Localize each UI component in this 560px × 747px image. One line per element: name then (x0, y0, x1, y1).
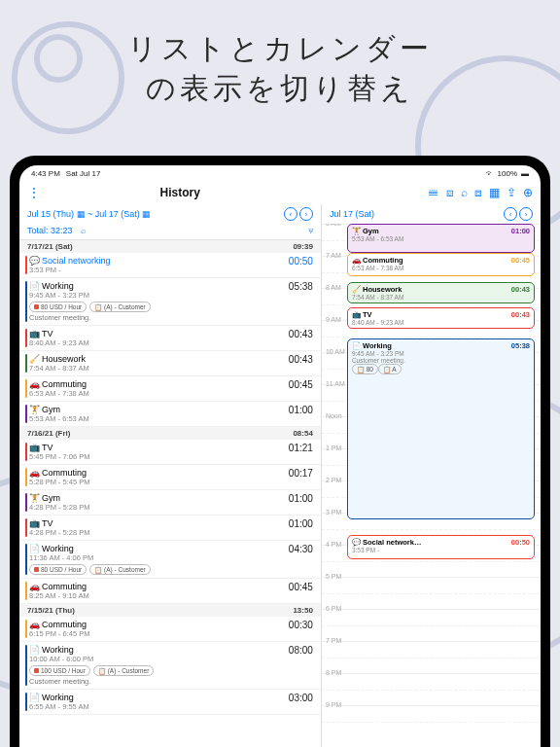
list-item[interactable]: 📄Working6:55 AM - 9:55 AM03:00 (19, 690, 321, 715)
list-item[interactable]: 📺TV8:40 AM - 9:23 AM00:43 (19, 326, 321, 351)
calendar-icon[interactable]: ⧇ (446, 186, 454, 199)
page-title: History (49, 186, 311, 199)
search-mini-icon[interactable]: ⌕ (81, 226, 86, 235)
calendar-event[interactable]: 🏋 Gym01:005:53 AM - 6:53 AM (347, 224, 535, 253)
hour-label: 8 PM (326, 669, 341, 676)
calendar-event[interactable]: 📺 TV00:438:40 AM - 9:23 AM (347, 307, 535, 329)
cal-prev-button[interactable]: ‹ (504, 207, 517, 221)
hour-label: 7 PM (326, 637, 341, 644)
grid-icon[interactable]: ▦ (489, 186, 500, 199)
list-item[interactable]: 📺TV4:28 PM - 5:28 PM01:00 (19, 516, 321, 541)
share-icon[interactable]: ⇪ (507, 186, 516, 199)
tag: 80 USD / Hour (29, 302, 87, 312)
next-button[interactable]: › (299, 207, 313, 221)
day-header: 7/17/21 (Sat)09:39 (19, 240, 321, 253)
status-bar: 4:43 PM Sat Jul 17 ᯤ 100% ▬ (19, 165, 541, 181)
day-header: 7/15/21 (Thu)13:50 (19, 604, 321, 617)
calendar-event[interactable]: 🧹 Housework00:437:54 AM - 8:37 AM (347, 282, 535, 303)
barcode-icon[interactable]: ⧈ (474, 186, 482, 199)
hour-label: 6 PM (326, 605, 341, 612)
filter-icon[interactable]: ⍫ (308, 226, 313, 235)
calendar-pane: Jul 17 (Sat) ‹ › 6 AM7 AM8 AM9 AM10 AM11… (322, 204, 541, 747)
cal-next-button[interactable]: › (519, 207, 533, 221)
summary-row: Total: 32:23 ⌕ ⍫ (19, 224, 321, 240)
date-to[interactable]: Jul 17 (Sat) (95, 209, 140, 219)
tablet-frame: 4:43 PM Sat Jul 17 ᯤ 100% ▬ ⋮ History ⩸ … (10, 156, 550, 747)
tag: 📋 (A) - Customer (89, 564, 150, 575)
hour-label: 8 AM (326, 284, 341, 291)
app-toolbar: ⋮ History ⩸ ⧇ ⌕ ⧈ ▦ ⇪ ⊕ (19, 181, 541, 204)
list-item[interactable]: 🚗Commuting8:25 AM - 9:10 AM00:45 (19, 579, 321, 604)
calendar-date[interactable]: Jul 17 (Sat) (330, 209, 374, 219)
status-date: Sat Jul 17 (66, 169, 101, 178)
add-icon[interactable]: ⊕ (523, 186, 533, 199)
list-item[interactable]: 🧹Housework7:54 AM - 8:37 AM00:43 (19, 351, 321, 376)
hour-label: 10 AM (326, 348, 345, 355)
hour-label: 9 PM (326, 701, 341, 708)
date-range-nav: Jul 15 (Thu) ▦ ~ Jul 17 (Sat) ▦ ‹ › (19, 204, 321, 224)
calendar-mini-icon[interactable]: ▦ (77, 209, 86, 219)
list-item[interactable]: 🚗Commuting6:53 AM - 7:38 AM00:45 (19, 376, 321, 402)
hour-label: 4 PM (326, 541, 341, 548)
list-icon[interactable]: ⩸ (428, 186, 439, 199)
calendar-scroll[interactable]: 6 AM7 AM8 AM9 AM10 AM11 AMNoon1 PM2 PM3 … (322, 224, 541, 747)
hour-label: 7 AM (326, 252, 341, 259)
list-item[interactable]: 💬Social networking3:53 PM -00:50 (19, 253, 321, 278)
tag: 100 USD / Hour (29, 665, 90, 676)
list-item[interactable]: 📺TV5:45 PM - 7:06 PM01:21 (19, 440, 321, 465)
hour-label: 9 AM (326, 316, 341, 323)
hour-label: 2 PM (326, 477, 341, 483)
tag: 📋 (A) - Customer (93, 665, 154, 676)
list-item[interactable]: 🚗Commuting6:15 PM - 6:45 PM00:30 (19, 617, 321, 642)
hour-label: 6 AM (326, 224, 341, 227)
history-list[interactable]: 7/17/21 (Sat)09:39💬Social networking3:53… (19, 240, 321, 747)
prev-button[interactable]: ‹ (284, 207, 298, 221)
calendar-event[interactable]: 🚗 Commuting00:456:53 AM - 7:38 AM (347, 253, 535, 276)
list-pane: Jul 15 (Thu) ▦ ~ Jul 17 (Sat) ▦ ‹ › Tota… (19, 204, 322, 747)
calendar-event[interactable]: 📄 Working05:389:45 AM - 3:23 PMCustomer … (347, 338, 535, 519)
list-item[interactable]: 📄Working9:45 AM - 3:23 PM80 USD / Hour📋 … (19, 278, 321, 326)
battery-text: 100% (498, 169, 517, 178)
status-time: 4:43 PM (31, 169, 60, 178)
hour-label: 11 AM (326, 380, 345, 387)
list-item[interactable]: 🏋Gym5:53 AM - 6:53 AM01:00 (19, 402, 321, 427)
screen: 4:43 PM Sat Jul 17 ᯤ 100% ▬ ⋮ History ⩸ … (19, 165, 541, 747)
search-icon[interactable]: ⌕ (461, 186, 468, 199)
hour-label: 1 PM (326, 445, 341, 451)
list-item[interactable]: 🏋Gym4:28 PM - 5:28 PM01:00 (19, 490, 321, 516)
list-item[interactable]: 📄Working11:36 AM - 4:06 PM80 USD / Hour📋… (19, 541, 321, 579)
wifi-icon: ᯤ (486, 169, 494, 178)
tag: 80 USD / Hour (29, 564, 87, 575)
calendar-mini-icon[interactable]: ▦ (142, 209, 151, 219)
date-from[interactable]: Jul 15 (Thu) (27, 209, 74, 219)
hour-label: 3 PM (326, 509, 341, 516)
tag: 📋 (A) - Customer (89, 302, 150, 312)
day-header: 7/16/21 (Fri)08:54 (19, 427, 321, 440)
hour-label: Noon (326, 412, 342, 419)
calendar-date-nav: Jul 17 (Sat) ‹ › (322, 204, 541, 224)
calendar-event[interactable]: 💬 Social network…00:503:53 PM - (347, 535, 535, 559)
menu-button[interactable]: ⋮ (27, 185, 41, 200)
list-item[interactable]: 🚗Commuting5:28 PM - 5:45 PM00:17 (19, 465, 321, 490)
marketing-headline: リストとカレンダー の表示を切り替え (0, 0, 560, 128)
hour-label: 5 PM (326, 573, 341, 580)
battery-icon: ▬ (521, 169, 529, 178)
list-item[interactable]: 📄Working10:00 AM - 6:00 PM100 USD / Hour… (19, 642, 321, 690)
